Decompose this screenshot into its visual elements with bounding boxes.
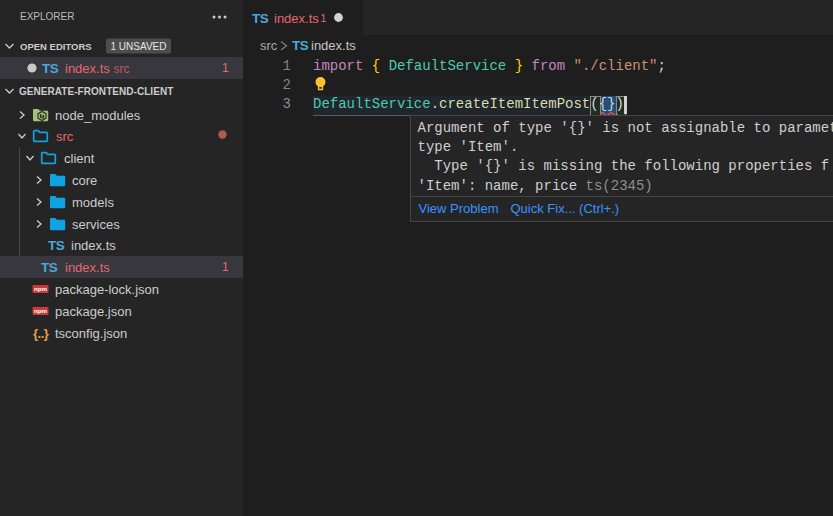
svg-text:npm: npm	[34, 307, 48, 314]
svg-text:npm: npm	[34, 285, 48, 292]
